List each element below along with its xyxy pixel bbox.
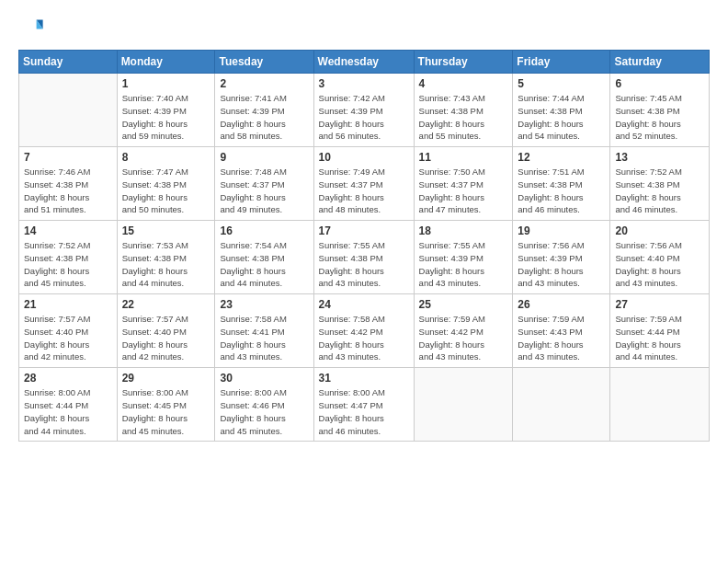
day-cell: 9Sunrise: 7:48 AMSunset: 4:37 PMDaylight…	[215, 147, 313, 221]
day-info: Sunrise: 7:58 AMSunset: 4:41 PMDaylight:…	[220, 313, 308, 363]
day-cell: 18Sunrise: 7:55 AMSunset: 4:39 PMDayligh…	[414, 221, 513, 294]
day-number: 29	[122, 372, 210, 385]
day-cell	[19, 74, 118, 147]
header-row: SundayMondayTuesdayWednesdayThursdayFrid…	[19, 51, 710, 74]
day-number: 19	[518, 224, 605, 237]
day-info: Sunrise: 7:48 AMSunset: 4:37 PMDaylight:…	[220, 166, 308, 216]
day-number: 26	[518, 298, 605, 311]
day-cell: 17Sunrise: 7:55 AMSunset: 4:38 PMDayligh…	[313, 221, 414, 294]
col-header-monday: Monday	[117, 51, 215, 74]
day-cell	[610, 368, 710, 442]
day-number: 12	[518, 151, 605, 164]
day-info: Sunrise: 7:52 AMSunset: 4:38 PMDaylight:…	[615, 166, 704, 216]
day-cell: 10Sunrise: 7:49 AMSunset: 4:37 PMDayligh…	[313, 147, 414, 221]
day-cell: 16Sunrise: 7:54 AMSunset: 4:38 PMDayligh…	[215, 221, 313, 294]
day-info: Sunrise: 8:00 AMSunset: 4:46 PMDaylight:…	[220, 386, 308, 437]
col-header-friday: Friday	[513, 51, 610, 74]
day-number: 1	[122, 77, 210, 90]
day-cell: 20Sunrise: 7:56 AMSunset: 4:40 PMDayligh…	[610, 221, 710, 294]
week-row-3: 14Sunrise: 7:52 AMSunset: 4:38 PMDayligh…	[19, 221, 710, 294]
day-number: 8	[122, 151, 210, 164]
day-number: 28	[24, 372, 112, 385]
day-info: Sunrise: 7:40 AMSunset: 4:39 PMDaylight:…	[122, 92, 210, 143]
day-info: Sunrise: 7:57 AMSunset: 4:40 PMDaylight:…	[24, 313, 112, 363]
day-cell	[414, 368, 513, 442]
day-cell: 23Sunrise: 7:58 AMSunset: 4:41 PMDayligh…	[215, 294, 313, 368]
day-number: 17	[319, 224, 409, 237]
day-info: Sunrise: 7:47 AMSunset: 4:38 PMDaylight:…	[122, 166, 210, 216]
day-number: 25	[419, 298, 508, 311]
day-cell: 25Sunrise: 7:59 AMSunset: 4:42 PMDayligh…	[414, 294, 513, 368]
day-info: Sunrise: 7:43 AMSunset: 4:38 PMDaylight:…	[419, 92, 508, 143]
day-cell: 30Sunrise: 8:00 AMSunset: 4:46 PMDayligh…	[215, 368, 313, 442]
day-cell: 19Sunrise: 7:56 AMSunset: 4:39 PMDayligh…	[513, 221, 610, 294]
day-info: Sunrise: 7:44 AMSunset: 4:38 PMDaylight:…	[518, 92, 605, 143]
day-cell: 11Sunrise: 7:50 AMSunset: 4:37 PMDayligh…	[414, 147, 513, 221]
day-number: 31	[319, 372, 409, 385]
day-number: 9	[220, 151, 308, 164]
day-number: 2	[220, 77, 308, 90]
day-number: 6	[615, 77, 704, 90]
col-header-wednesday: Wednesday	[313, 51, 414, 74]
day-cell: 6Sunrise: 7:45 AMSunset: 4:38 PMDaylight…	[610, 74, 710, 147]
day-number: 24	[319, 298, 409, 311]
col-header-sunday: Sunday	[19, 51, 118, 74]
header	[18, 15, 710, 40]
day-info: Sunrise: 7:58 AMSunset: 4:42 PMDaylight:…	[319, 313, 409, 363]
day-number: 22	[122, 298, 210, 311]
day-cell: 5Sunrise: 7:44 AMSunset: 4:38 PMDaylight…	[513, 74, 610, 147]
day-number: 10	[319, 151, 409, 164]
day-info: Sunrise: 8:00 AMSunset: 4:44 PMDaylight:…	[24, 386, 112, 437]
day-number: 27	[615, 298, 704, 311]
day-number: 7	[24, 151, 112, 164]
day-info: Sunrise: 7:59 AMSunset: 4:44 PMDaylight:…	[615, 313, 704, 363]
day-number: 30	[220, 372, 308, 385]
page: SundayMondayTuesdayWednesdayThursdayFrid…	[0, 0, 728, 563]
day-info: Sunrise: 8:00 AMSunset: 4:45 PMDaylight:…	[122, 386, 210, 437]
col-header-saturday: Saturday	[610, 51, 710, 74]
day-cell: 28Sunrise: 8:00 AMSunset: 4:44 PMDayligh…	[19, 368, 118, 442]
day-info: Sunrise: 7:56 AMSunset: 4:39 PMDaylight:…	[518, 239, 605, 290]
day-number: 15	[122, 224, 210, 237]
day-cell: 7Sunrise: 7:46 AMSunset: 4:38 PMDaylight…	[19, 147, 118, 221]
week-row-4: 21Sunrise: 7:57 AMSunset: 4:40 PMDayligh…	[19, 294, 710, 368]
logo	[18, 15, 46, 40]
day-cell: 13Sunrise: 7:52 AMSunset: 4:38 PMDayligh…	[610, 147, 710, 221]
day-info: Sunrise: 7:45 AMSunset: 4:38 PMDaylight:…	[615, 92, 704, 143]
day-number: 5	[518, 77, 605, 90]
day-info: Sunrise: 7:59 AMSunset: 4:43 PMDaylight:…	[518, 313, 605, 363]
day-info: Sunrise: 7:52 AMSunset: 4:38 PMDaylight:…	[24, 239, 112, 290]
week-row-1: 1Sunrise: 7:40 AMSunset: 4:39 PMDaylight…	[19, 74, 710, 147]
day-number: 18	[419, 224, 508, 237]
day-cell: 24Sunrise: 7:58 AMSunset: 4:42 PMDayligh…	[313, 294, 414, 368]
day-info: Sunrise: 7:53 AMSunset: 4:38 PMDaylight:…	[122, 239, 210, 290]
day-cell: 15Sunrise: 7:53 AMSunset: 4:38 PMDayligh…	[117, 221, 215, 294]
day-cell: 27Sunrise: 7:59 AMSunset: 4:44 PMDayligh…	[610, 294, 710, 368]
day-number: 14	[24, 224, 112, 237]
week-row-2: 7Sunrise: 7:46 AMSunset: 4:38 PMDaylight…	[19, 147, 710, 221]
day-info: Sunrise: 7:55 AMSunset: 4:39 PMDaylight:…	[419, 239, 508, 290]
logo-icon	[18, 15, 44, 40]
calendar-table: SundayMondayTuesdayWednesdayThursdayFrid…	[18, 50, 710, 442]
day-number: 13	[615, 151, 704, 164]
col-header-thursday: Thursday	[414, 51, 513, 74]
day-info: Sunrise: 7:57 AMSunset: 4:40 PMDaylight:…	[122, 313, 210, 363]
day-number: 16	[220, 224, 308, 237]
day-cell: 12Sunrise: 7:51 AMSunset: 4:38 PMDayligh…	[513, 147, 610, 221]
day-cell: 14Sunrise: 7:52 AMSunset: 4:38 PMDayligh…	[19, 221, 118, 294]
day-info: Sunrise: 8:00 AMSunset: 4:47 PMDaylight:…	[319, 386, 409, 437]
day-cell: 22Sunrise: 7:57 AMSunset: 4:40 PMDayligh…	[117, 294, 215, 368]
day-number: 23	[220, 298, 308, 311]
day-info: Sunrise: 7:56 AMSunset: 4:40 PMDaylight:…	[615, 239, 704, 290]
day-info: Sunrise: 7:49 AMSunset: 4:37 PMDaylight:…	[319, 166, 409, 216]
day-info: Sunrise: 7:55 AMSunset: 4:38 PMDaylight:…	[319, 239, 409, 290]
day-cell: 29Sunrise: 8:00 AMSunset: 4:45 PMDayligh…	[117, 368, 215, 442]
day-number: 4	[419, 77, 508, 90]
day-cell: 8Sunrise: 7:47 AMSunset: 4:38 PMDaylight…	[117, 147, 215, 221]
day-cell	[513, 368, 610, 442]
day-number: 21	[24, 298, 112, 311]
day-cell: 3Sunrise: 7:42 AMSunset: 4:39 PMDaylight…	[313, 74, 414, 147]
day-cell: 4Sunrise: 7:43 AMSunset: 4:38 PMDaylight…	[414, 74, 513, 147]
day-info: Sunrise: 7:41 AMSunset: 4:39 PMDaylight:…	[220, 92, 308, 143]
day-number: 20	[615, 224, 704, 237]
